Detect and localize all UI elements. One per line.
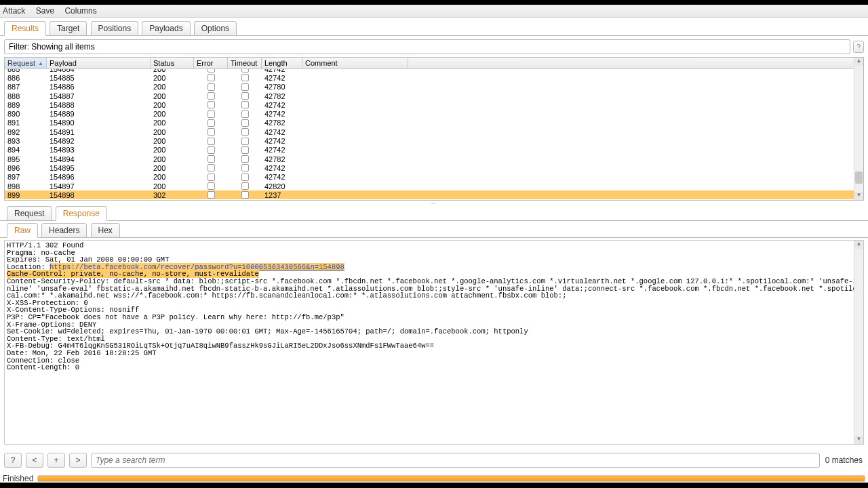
table-row[interactable]: 8991548983021237 [5, 190, 863, 199]
table-scrollbar[interactable]: ▲ ▼ [854, 58, 863, 200]
tab-results[interactable]: Results [4, 21, 46, 36]
cell-length: 42742 [262, 101, 302, 109]
scroll-down-icon[interactable]: ▼ [854, 192, 863, 200]
cell-status: 200 [151, 74, 194, 82]
checkbox-icon [241, 92, 249, 100]
checkbox-icon [241, 83, 249, 91]
cell-error [194, 74, 228, 81]
search-add-button[interactable]: + [47, 453, 65, 468]
tab-hex[interactable]: Hex [91, 223, 120, 237]
table-row[interactable]: 89715489620042742 [5, 173, 863, 182]
checkbox-icon [208, 174, 215, 181]
cell-status: 200 [151, 119, 194, 127]
menu-attack[interactable]: Attack [3, 6, 25, 16]
checkbox-icon [208, 83, 215, 91]
table-row[interactable]: 89815489720042820 [5, 182, 863, 190]
tab-response[interactable]: Response [56, 206, 107, 221]
cell-length: 42742 [262, 137, 302, 145]
cell-request: 896 [5, 164, 47, 172]
view-tabs: Raw Headers Hex [0, 221, 868, 238]
checkbox-icon [241, 182, 249, 190]
table-row[interactable]: 89015488920042742 [5, 109, 863, 118]
tab-target[interactable]: Target [50, 21, 87, 35]
cell-error [194, 83, 228, 91]
cell-payload: 154898 [47, 191, 151, 199]
cell-request: 889 [5, 101, 47, 109]
cell-length: 42782 [262, 155, 302, 163]
cell-timeout [228, 164, 262, 171]
response-raw-pane[interactable]: HTTP/1.1 302 Found Pragma: no-cache Expi… [4, 240, 864, 445]
cell-status: 200 [151, 69, 194, 73]
col-timeout[interactable]: Timeout [228, 58, 262, 68]
search-input[interactable] [91, 453, 820, 468]
table-row[interactable]: 89315489220042742 [5, 136, 863, 145]
cell-request: 897 [5, 173, 47, 181]
cell-payload: 154893 [47, 146, 151, 154]
search-help-button[interactable]: ? [4, 453, 22, 468]
cell-timeout [228, 69, 262, 73]
cell-error [194, 69, 228, 73]
table-row[interactable]: 89515489420042782 [5, 155, 863, 163]
table-row[interactable]: 88915488820042742 [5, 100, 863, 109]
cell-status: 200 [151, 146, 194, 154]
cell-error [194, 92, 228, 100]
cell-length: 42780 [262, 83, 302, 91]
table-row[interactable]: 89615489520042742 [5, 163, 863, 172]
tab-payloads[interactable]: Payloads [142, 21, 190, 35]
table-row[interactable]: 88615488520042742 [5, 73, 863, 82]
checkbox-icon [241, 110, 249, 118]
cell-length: 42742 [262, 173, 302, 181]
checkbox-icon [241, 69, 249, 73]
col-comment[interactable]: Comment [302, 58, 408, 68]
status-bar: Finished [0, 474, 868, 483]
cell-error [194, 101, 228, 108]
cell-payload: 154895 [47, 164, 151, 172]
table-row[interactable]: 89415489320042742 [5, 146, 863, 155]
cell-request: 887 [5, 83, 47, 91]
tab-headers[interactable]: Headers [41, 223, 87, 237]
cell-error [194, 146, 228, 154]
cell-error [194, 138, 228, 145]
checkbox-icon [241, 128, 249, 136]
menu-save[interactable]: Save [36, 6, 54, 16]
checkbox-icon [208, 101, 215, 108]
raw-scrollbar[interactable]: ▲ ▼ [854, 241, 863, 444]
table-row[interactable]: 89215489120042742 [5, 127, 863, 136]
menu-columns[interactable]: Columns [64, 6, 96, 16]
search-row: ? < + > 0 matches [4, 453, 864, 468]
scroll-up-icon[interactable]: ▲ [854, 58, 863, 66]
cell-timeout [228, 174, 262, 181]
cell-payload: 154896 [47, 173, 151, 181]
cell-timeout [228, 101, 262, 108]
scroll-down-icon[interactable]: ▼ [854, 436, 863, 444]
cell-payload: 154888 [47, 101, 151, 109]
table-row[interactable]: 88815488720042782 [5, 92, 863, 100]
tab-options[interactable]: Options [194, 21, 237, 35]
filter-box[interactable]: Filter: Showing all items [4, 39, 850, 54]
checkbox-icon [208, 191, 215, 199]
col-length[interactable]: Length [262, 58, 302, 68]
search-next-button[interactable]: > [69, 453, 87, 468]
cell-status: 200 [151, 128, 194, 136]
search-prev-button[interactable]: < [26, 453, 43, 468]
checkbox-icon [241, 164, 249, 171]
tab-raw[interactable]: Raw [7, 223, 38, 238]
checkbox-icon [208, 155, 215, 163]
scroll-thumb[interactable] [855, 171, 863, 184]
cell-timeout [228, 191, 262, 199]
main-tabs: Results Target Positions Payloads Option… [0, 18, 868, 36]
tab-positions[interactable]: Positions [91, 21, 139, 35]
cell-request: 898 [5, 182, 47, 190]
col-payload[interactable]: Payload [47, 58, 151, 68]
cell-request: 892 [5, 128, 47, 136]
tab-request[interactable]: Request [7, 206, 52, 220]
cell-status: 200 [151, 164, 194, 172]
col-request[interactable]: Request [5, 58, 47, 68]
table-row[interactable]: 89115489020042782 [5, 119, 863, 127]
table-header: Request Payload Status Error Timeout Len… [5, 58, 863, 69]
table-row[interactable]: 88715488620042780 [5, 83, 863, 92]
help-button[interactable]: ? [853, 41, 864, 53]
col-error[interactable]: Error [194, 58, 228, 68]
scroll-up-icon[interactable]: ▲ [854, 241, 863, 249]
col-status[interactable]: Status [151, 58, 194, 68]
